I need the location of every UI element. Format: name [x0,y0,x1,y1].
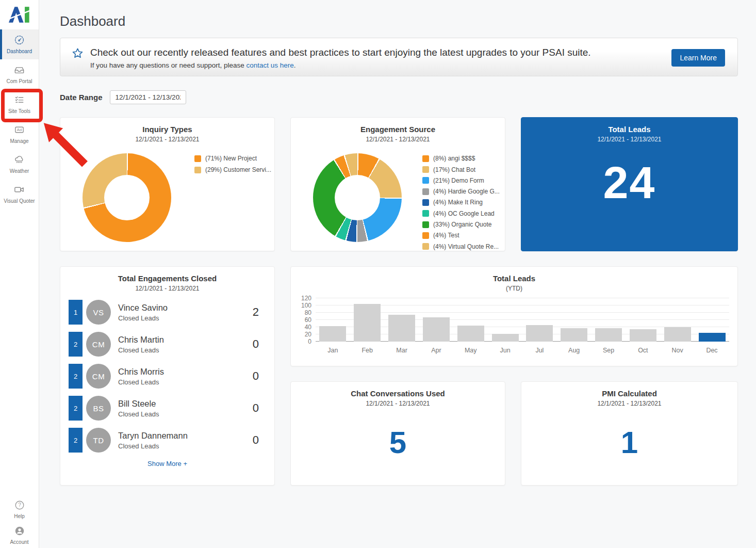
legend-label: (4%) OC Google Lead [433,210,495,217]
show-more-link[interactable]: Show More + [60,460,274,468]
legend-item[interactable]: (29%) Customer Servi... [194,166,271,173]
sidebar-item-site-tools[interactable]: Site Tools [0,89,39,119]
metric-label: Closed Leads [118,346,164,354]
bar-jul [526,325,553,342]
engagement-row: 2CMChris MartinClosed Leads0 [69,332,266,357]
rank-badge: 2 [69,396,83,421]
legend-item[interactable]: (4%) Hardie Google G... [422,188,500,195]
x-tick-label: Apr [423,347,450,354]
x-tick-label: Aug [561,347,587,354]
weather-cloud-icon [13,154,25,166]
person-name: Chris Morris [118,367,164,377]
legend-item[interactable]: (4%) OC Google Lead [422,210,500,217]
sidebar-item-weather[interactable]: Weather [0,149,39,179]
sidebar-item-visual-quoter[interactable]: Visual Quoter [0,179,39,209]
date-range-input[interactable] [110,90,186,104]
sidebar-footer: ? Help Account [0,496,39,548]
person-info: Taryn DannemannClosed Leads [118,431,188,450]
x-tick-label: Nov [664,347,691,354]
legend-swatch [194,167,201,173]
engagement-row: 2BSBill SteeleClosed Leads0 [69,396,266,421]
engagement-source-donut-chart [313,153,402,242]
legend-swatch [194,155,201,162]
bar-may [457,326,484,342]
sidebar-item-label: Visual Quoter [4,198,35,204]
inbox-icon [13,64,25,76]
engagement-row: 2CMChris MorrisClosed Leads0 [69,364,266,389]
sidebar-item-label: Dashboard [7,49,32,54]
chart-wrap: 020406080100120 [297,298,729,342]
ytd-bar-chart: 020406080100120 JanFebMarAprMayJunJulAug… [291,298,737,354]
card-title: Total Leads [521,125,737,134]
ytd-y-axis: 020406080100120 [297,298,316,342]
person-info: Chris MorrisClosed Leads [118,367,164,386]
legend-swatch [422,188,429,195]
metric-label: Closed Leads [118,442,188,450]
bar-jan [319,326,346,342]
legend-swatch [422,232,429,239]
inquiry-types-donut-chart [83,153,171,242]
engagements-list: 1VSVince SavinoClosed Leads22CMChris Mar… [60,292,274,453]
person-name: Taryn Dannemann [118,431,188,441]
ytd-x-labels: JanFebMarAprMayJunJulAugSepOctNovDec [316,347,729,354]
legend-item[interactable]: (4%) Test [422,232,500,239]
pmi-calculated-card: PMI Calculated 12/1/2021 - 12/13/2021 1 [521,381,738,486]
main-content: Dashboard Check out our recently release… [40,0,756,548]
help-icon: ? [14,499,25,511]
bar-nov [664,327,691,342]
legend-item[interactable]: (4%) Make It Ring [422,199,500,206]
card-subtitle: 12/1/2021 - 12/13/2021 [60,136,274,143]
person-name: Chris Martin [118,335,164,345]
legend-swatch [422,155,429,162]
legend-item[interactable]: (8%) angi $$$$ [422,155,500,162]
sidebar-item-label: Help [14,513,25,519]
closed-leads-count: 0 [253,369,266,383]
account-icon [14,525,25,537]
sidebar-item-manage[interactable]: Ad Manage [0,119,39,149]
legend-label: (21%) Demo Form [433,177,484,184]
app-logo[interactable] [0,0,39,29]
sidebar-item-help[interactable]: ? Help [0,496,39,522]
rank-badge: 2 [69,332,83,357]
person-name: Bill Steele [118,399,159,409]
x-tick-label: Dec [699,347,726,354]
legend-item[interactable]: (4%) Virtual Quote Re... [422,243,500,250]
card-subtitle: 12/1/2021 - 12/13/2021 [521,400,737,407]
card-title: Chat Conversations Used [291,389,505,398]
person-info: Chris MartinClosed Leads [118,335,164,354]
video-camera-icon [13,184,25,196]
sidebar-item-account[interactable]: Account [0,522,39,548]
card-subtitle: 12/1/2021 - 12/13/2021 [60,285,274,292]
closed-leads-count: 2 [253,305,266,319]
engagement-row: 2TDTaryn DannemannClosed Leads0 [69,428,266,453]
y-tick-label: 20 [305,331,311,338]
legend-swatch [422,177,429,184]
card-subtitle: (YTD) [291,285,737,292]
sidebar-item-dashboard[interactable]: Dashboard [0,29,39,59]
y-tick-label: 100 [301,302,311,309]
legend-label: (29%) Customer Servi... [205,166,271,173]
y-tick-label: 40 [305,324,311,331]
engagement-pie-body: (8%) angi $$$$(17%) Chat Bot(21%) Demo F… [291,143,505,251]
avatar: BS [86,396,111,421]
contact-us-link[interactable]: contact us here [246,61,293,69]
closed-leads-count: 0 [253,401,266,415]
legend-swatch [422,221,429,228]
sidebar-item-com-portal[interactable]: Com Portal [0,59,39,89]
legend-item[interactable]: (71%) New Project [194,155,271,162]
total-leads-ytd-card: Total Leads (YTD) 020406080100120 JanFeb… [290,266,738,366]
card-title: Total Engagements Closed [60,274,274,283]
x-tick-label: Feb [354,347,381,354]
y-tick-label: 80 [305,309,311,316]
legend-item[interactable]: (33%) Organic Quote [422,221,500,228]
legend-item[interactable]: (17%) Chat Bot [422,166,500,173]
card-subtitle: 12/1/2021 - 12/13/2021 [521,136,737,143]
person-info: Vince SavinoClosed Leads [118,303,168,322]
metric-label: Closed Leads [118,410,159,418]
card-title: Total Leads [291,274,737,283]
star-icon [72,47,84,59]
bar-jun [492,334,519,342]
legend-item[interactable]: (21%) Demo Form [422,177,500,184]
learn-more-button[interactable]: Learn More [671,49,725,67]
x-tick-label: Mar [388,347,415,354]
